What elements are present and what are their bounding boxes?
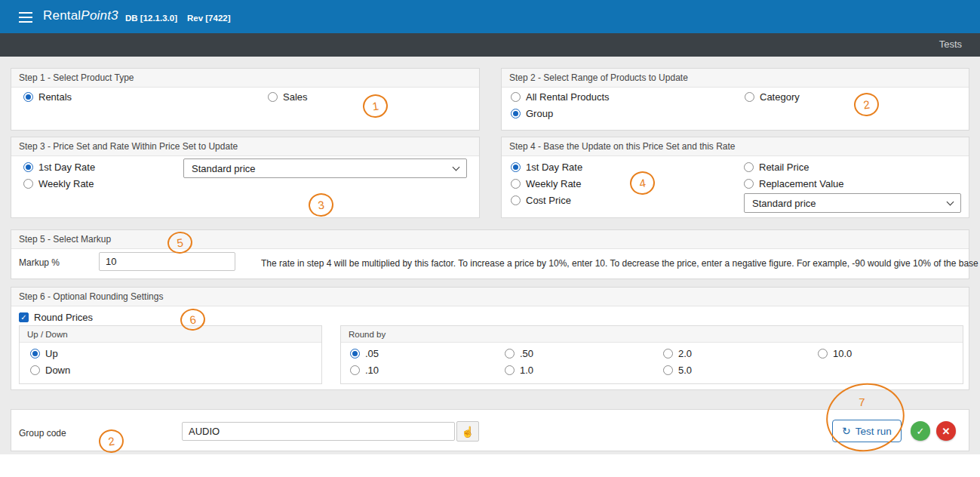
group-code-input[interactable] [182,422,455,441]
refresh-icon: ↻ [842,425,851,437]
tab-tests[interactable]: Tests [939,38,962,50]
db-version-label: DB [12.1.3.0] [125,14,177,23]
group-picker-button[interactable]: ☝ [456,421,479,442]
radio-icon [30,365,40,375]
radio-icon [818,349,828,359]
radio-cost-price[interactable]: Cost Price [511,194,571,206]
round-prices-label: Round Prices [34,312,93,323]
chevron-down-icon [947,198,954,206]
radio-icon [511,162,521,172]
radio-up-label: Up [45,348,58,359]
footer-bar: Group code ☝ ↻ Test run ✓ ✕ [11,409,969,451]
radio-icon [511,109,521,118]
radio-rentals[interactable]: Rentals [23,91,72,103]
radio-1st-day-rate[interactable]: 1st Day Rate [23,161,95,173]
radio-icon [23,162,33,172]
radio-icon [30,349,40,359]
radio-icon [511,195,521,205]
radio-retail-price[interactable]: Retail Price [744,161,809,173]
radio-icon [350,365,360,375]
group-code-label: Group code [19,428,66,439]
radio-round-2[interactable]: 2.0 [663,347,692,359]
markup-help-text: The rate in step 4 will be multiplied by… [261,258,980,269]
hamburger-menu-icon[interactable] [19,12,32,23]
price-set-select-value: Standard price [192,163,256,174]
radio-cost-price-label: Cost Price [526,195,571,206]
radio-up[interactable]: Up [30,347,58,359]
radio-replacement-value-label: Replacement Value [759,178,844,189]
step4-title: Step 4 - Base the Update on this Price S… [502,137,969,156]
step1-title: Step 1 - Select Product Type [11,69,479,88]
radio-round-10-label: 10.0 [833,348,852,359]
radio-weekly-rate-label: Weekly Rate [38,178,94,189]
radio-round-10c[interactable]: .10 [350,364,379,376]
step3-panel: Step 3 - Price Set and Rate Within Price… [11,137,480,218]
radio-icon [663,349,673,359]
app-window: RentalPoint3 DB [12.1.3.0] Rev [7422] Te… [0,0,980,477]
radio-icon [350,349,360,359]
hand-pointer-icon: ☝ [461,426,474,438]
radio-icon [268,92,278,102]
markup-label: Markup % [19,257,60,268]
radio-round-1[interactable]: 1.0 [505,364,533,376]
markup-input[interactable] [99,252,235,271]
step6-title: Step 6 - Optional Rounding Settings [11,288,969,306]
check-icon: ✓ [917,426,925,437]
radio-icon [511,179,521,189]
radio-category[interactable]: Category [745,91,800,103]
base-price-set-select[interactable]: Standard price [744,193,961,213]
step5-title: Step 5 - Select Markup [11,230,969,249]
radio-icon [23,179,33,189]
updown-panel: Up / Down Up Down [19,325,322,384]
radio-group[interactable]: Group [511,107,553,119]
radio-round-05[interactable]: .05 [350,347,379,359]
price-set-select[interactable]: Standard price [183,158,467,178]
radio-round-10[interactable]: 10.0 [818,347,852,359]
step6-panel: Step 6 - Optional Rounding Settings ✓ Ro… [11,287,969,390]
app-brand: RentalPoint3 [43,8,118,23]
radio-base-weekly-rate[interactable]: Weekly Rate [511,177,581,189]
step2-panel: Step 2 - Select Range of Products to Upd… [501,68,969,131]
radio-round-5-label: 5.0 [678,365,692,376]
radio-icon [663,365,673,375]
confirm-button[interactable]: ✓ [911,421,930,441]
test-run-button[interactable]: ↻ Test run [832,420,902,442]
brand-suffix: Point3 [81,8,118,23]
radio-sales[interactable]: Sales [268,91,308,103]
radio-icon [744,162,754,172]
radio-down[interactable]: Down [30,364,70,376]
step1-panel: Step 1 - Select Product Type Rentals Sal… [11,68,480,131]
radio-icon [744,179,754,189]
step4-panel: Step 4 - Base the Update on this Price S… [501,137,969,218]
base-price-set-select-value: Standard price [752,198,816,209]
radio-replacement-value[interactable]: Replacement Value [744,177,844,189]
radio-icon [505,349,515,359]
radio-icon [23,92,33,102]
radio-sales-label: Sales [283,91,308,103]
radio-round-50-label: .50 [520,348,533,359]
radio-round-05-label: .05 [365,348,379,359]
radio-1st-day-rate-label: 1st Day Rate [38,162,95,173]
radio-icon [505,365,515,375]
radio-weekly-rate[interactable]: Weekly Rate [23,177,94,189]
radio-group-label: Group [526,108,553,119]
step5-panel: Step 5 - Select Markup Markup % The rate… [11,229,969,279]
round-prices-checkbox[interactable]: ✓ Round Prices [19,311,93,323]
radio-base-weekly-rate-label: Weekly Rate [526,178,581,189]
checkbox-checked-icon: ✓ [19,312,29,322]
cancel-button[interactable]: ✕ [936,421,956,441]
radio-base-1st-day-rate[interactable]: 1st Day Rate [511,161,582,173]
brand-prefix: Rental [43,8,81,23]
radio-all-rental-products[interactable]: All Rental Products [511,91,610,103]
radio-all-rental-products-label: All Rental Products [526,91,610,103]
close-icon: ✕ [942,426,951,437]
step2-title: Step 2 - Select Range of Products to Upd… [502,69,969,88]
radio-category-label: Category [760,91,800,103]
radio-round-5[interactable]: 5.0 [663,364,692,376]
roundby-title: Round by [341,326,963,343]
radio-round-50[interactable]: .50 [505,347,533,359]
radio-retail-price-label: Retail Price [759,162,809,173]
radio-round-1-label: 1.0 [520,365,533,376]
top-navbar: RentalPoint3 DB [12.1.3.0] Rev [7422] [0,0,980,33]
step3-title: Step 3 - Price Set and Rate Within Price… [11,137,479,156]
